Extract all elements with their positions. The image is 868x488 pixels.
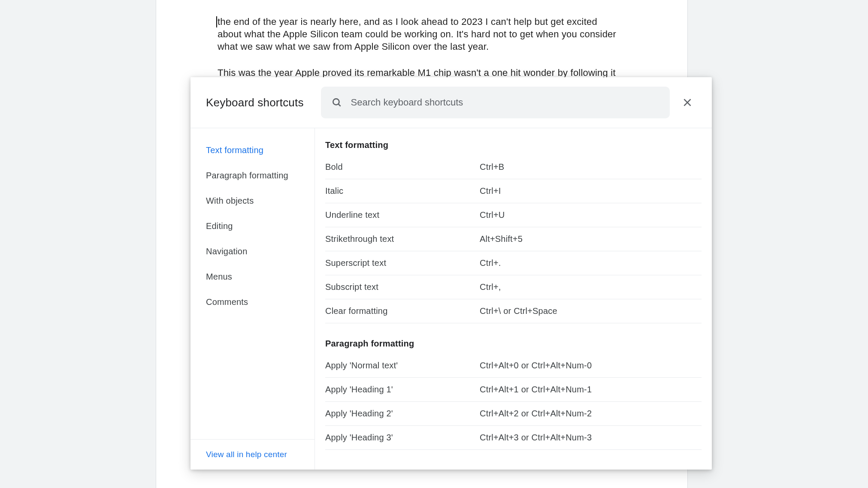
sidebar-item-comments[interactable]: Comments bbox=[191, 289, 315, 315]
svg-line-1 bbox=[338, 104, 340, 106]
shortcut-row: Subscript text Ctrl+, bbox=[325, 275, 702, 299]
modal-header: Keyboard shortcuts bbox=[191, 77, 712, 128]
sidebar-item-paragraph-formatting[interactable]: Paragraph formatting bbox=[191, 163, 315, 188]
shortcut-key: Ctrl+Alt+3 or Ctrl+Alt+Num-3 bbox=[480, 433, 592, 443]
sidebar-item-text-formatting[interactable]: Text formatting bbox=[191, 138, 315, 163]
modal-title: Keyboard shortcuts bbox=[206, 96, 304, 109]
shortcut-name: Underline text bbox=[325, 210, 480, 220]
shortcut-key: Ctrl+B bbox=[480, 162, 504, 172]
sidebar: Text formatting Paragraph formatting Wit… bbox=[191, 128, 315, 470]
shortcut-key: Ctrl+Alt+0 or Ctrl+Alt+Num-0 bbox=[480, 361, 592, 371]
shortcut-row: Bold Ctrl+B bbox=[325, 155, 702, 179]
shortcut-key: Alt+Shift+5 bbox=[480, 234, 523, 244]
shortcut-key: Ctrl+I bbox=[480, 186, 501, 196]
sidebar-item-navigation[interactable]: Navigation bbox=[191, 239, 315, 264]
keyboard-shortcuts-modal: Keyboard shortcuts Text formatting Parag… bbox=[191, 77, 712, 470]
shortcut-name: Apply 'Normal text' bbox=[325, 361, 480, 371]
text-cursor bbox=[216, 16, 217, 27]
shortcut-key: Ctrl+. bbox=[480, 258, 501, 268]
sidebar-item-menus[interactable]: Menus bbox=[191, 264, 315, 289]
sidebar-item-with-objects[interactable]: With objects bbox=[191, 188, 315, 214]
section-heading-text-formatting: Text formatting bbox=[325, 140, 702, 150]
shortcut-key: Ctrl+\ or Ctrl+Space bbox=[480, 306, 557, 316]
shortcut-row: Clear formatting Ctrl+\ or Ctrl+Space bbox=[325, 299, 702, 323]
shortcut-row: Underline text Ctrl+U bbox=[325, 203, 702, 227]
shortcut-row: Italic Ctrl+I bbox=[325, 179, 702, 203]
search-icon bbox=[331, 97, 342, 108]
shortcut-row: Strikethrough text Alt+Shift+5 bbox=[325, 227, 702, 251]
sidebar-items: Text formatting Paragraph formatting Wit… bbox=[191, 138, 315, 439]
shortcut-name: Strikethrough text bbox=[325, 234, 480, 244]
shortcut-name: Clear formatting bbox=[325, 306, 480, 316]
section-heading-paragraph-formatting: Paragraph formatting bbox=[325, 339, 702, 349]
shortcut-name: Apply 'Heading 1' bbox=[325, 385, 480, 395]
shortcut-name: Superscript text bbox=[325, 258, 480, 268]
help-center-link[interactable]: View all in help center bbox=[206, 450, 287, 459]
close-button[interactable] bbox=[678, 93, 696, 111]
sidebar-footer: View all in help center bbox=[191, 439, 315, 470]
sidebar-item-editing[interactable]: Editing bbox=[191, 214, 315, 239]
shortcuts-content[interactable]: Text formatting Bold Ctrl+B Italic Ctrl+… bbox=[315, 128, 712, 470]
shortcut-key: Ctrl+U bbox=[480, 210, 505, 220]
shortcut-row: Apply 'Heading 2' Ctrl+Alt+2 or Ctrl+Alt… bbox=[325, 402, 702, 426]
shortcut-row: Apply 'Heading 3' Ctrl+Alt+3 or Ctrl+Alt… bbox=[325, 426, 702, 450]
shortcut-name: Subscript text bbox=[325, 282, 480, 292]
shortcut-key: Ctrl+, bbox=[480, 282, 501, 292]
shortcut-row: Apply 'Heading 1' Ctrl+Alt+1 or Ctrl+Alt… bbox=[325, 378, 702, 402]
shortcut-name: Apply 'Heading 3' bbox=[325, 433, 480, 443]
shortcut-key: Ctrl+Alt+1 or Ctrl+Alt+Num-1 bbox=[480, 385, 592, 395]
shortcut-row: Superscript text Ctrl+. bbox=[325, 251, 702, 275]
shortcut-name: Italic bbox=[325, 186, 480, 196]
shortcut-key: Ctrl+Alt+2 or Ctrl+Alt+Num-2 bbox=[480, 409, 592, 419]
svg-point-0 bbox=[333, 99, 339, 105]
document-paragraph-1[interactable]: the end of the year is nearly here, and … bbox=[218, 15, 621, 53]
search-box[interactable] bbox=[321, 87, 670, 118]
shortcut-name: Bold bbox=[325, 162, 480, 172]
shortcut-name: Apply 'Heading 2' bbox=[325, 409, 480, 419]
search-input[interactable] bbox=[351, 97, 659, 108]
shortcut-row: Apply 'Normal text' Ctrl+Alt+0 or Ctrl+A… bbox=[325, 354, 702, 378]
modal-body: Text formatting Paragraph formatting Wit… bbox=[191, 128, 712, 470]
